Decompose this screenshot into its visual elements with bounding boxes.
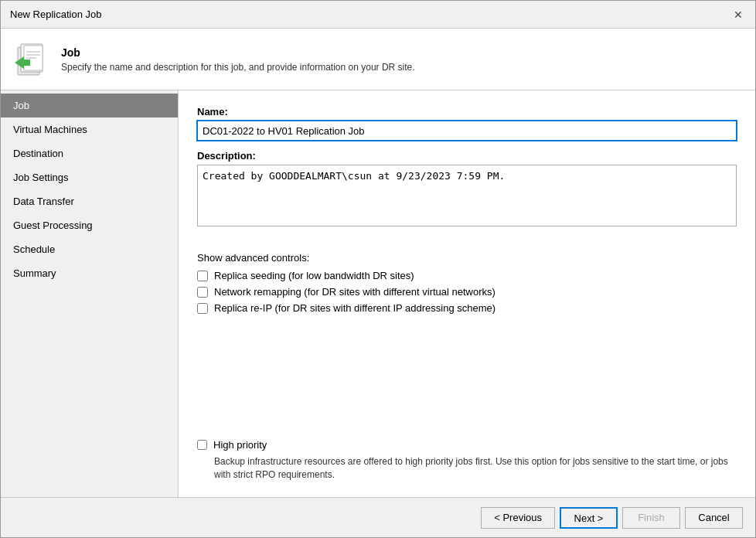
description-label: Description:: [197, 150, 737, 162]
main-panel: Name: Description: Created by GOODDEALMA…: [179, 90, 755, 497]
header-section: Job Specify the name and description for…: [1, 29, 755, 90]
header-title: Job: [61, 46, 415, 59]
next-button[interactable]: Next >: [560, 507, 618, 529]
sidebar-item-data-transfer[interactable]: Data Transfer: [1, 189, 178, 213]
job-icon: [13, 41, 50, 78]
checkbox-high-priority[interactable]: [197, 440, 207, 450]
label-replica-seeding[interactable]: Replica seeding (for low bandwidth DR si…: [214, 270, 414, 281]
header-subtitle: Specify the name and description for thi…: [61, 62, 415, 73]
checkbox-replica-seeding[interactable]: [197, 271, 208, 281]
title-bar: New Replication Job ✕: [1, 1, 755, 29]
name-label: Name:: [197, 106, 737, 117]
checkbox-row-replica-reip: Replica re-IP (for DR sites with differe…: [197, 302, 737, 314]
footer: < Previous Next > Finish Cancel: [1, 497, 755, 537]
sidebar-item-destination[interactable]: Destination: [1, 141, 178, 165]
sidebar-item-schedule[interactable]: Schedule: [1, 237, 178, 261]
checkbox-network-remapping[interactable]: [197, 287, 208, 298]
sidebar-item-summary[interactable]: Summary: [1, 261, 178, 285]
advanced-controls-section: Show advanced controls: Replica seeding …: [197, 240, 737, 318]
dialog: New Replication Job ✕ Job Specify the na…: [0, 0, 756, 538]
close-button[interactable]: ✕: [730, 7, 746, 22]
content-area: Job Virtual Machines Destination Job Set…: [1, 90, 755, 497]
high-priority-row: High priority: [197, 439, 737, 451]
name-field-group: Name:: [197, 106, 737, 141]
spacer: [197, 318, 737, 427]
label-replica-reip[interactable]: Replica re-IP (for DR sites with differe…: [214, 302, 495, 314]
checkbox-row-replica-seeding: Replica seeding (for low bandwidth DR si…: [197, 270, 737, 281]
checkbox-row-network-remapping: Network remapping (for DR sites with dif…: [197, 286, 737, 298]
high-priority-desc: Backup infrastructure resources are offe…: [214, 455, 737, 482]
sidebar-item-job-settings[interactable]: Job Settings: [1, 165, 178, 189]
previous-button[interactable]: < Previous: [481, 507, 555, 529]
advanced-controls-label: Show advanced controls:: [197, 252, 737, 264]
description-input[interactable]: Created by GOODDEALMART\csun at 9/23/202…: [197, 165, 737, 226]
finish-button[interactable]: Finish: [622, 507, 680, 529]
label-high-priority[interactable]: High priority: [213, 439, 267, 451]
checkbox-replica-reip[interactable]: [197, 303, 208, 314]
sidebar-item-virtual-machines[interactable]: Virtual Machines: [1, 117, 178, 141]
form-content: Name: Description: Created by GOODDEALMA…: [197, 106, 737, 482]
header-text: Job Specify the name and description for…: [61, 46, 415, 73]
sidebar-item-job[interactable]: Job: [1, 94, 178, 117]
name-input[interactable]: [197, 121, 737, 141]
cancel-button[interactable]: Cancel: [685, 507, 743, 529]
description-field-group: Description: Created by GOODDEALMART\csu…: [197, 150, 737, 229]
label-network-remapping[interactable]: Network remapping (for DR sites with dif…: [214, 286, 495, 298]
high-priority-section: High priority Backup infrastructure reso…: [197, 427, 737, 482]
dialog-title: New Replication Job: [10, 9, 102, 20]
sidebar-item-guest-processing[interactable]: Guest Processing: [1, 213, 178, 237]
sidebar: Job Virtual Machines Destination Job Set…: [1, 90, 179, 497]
